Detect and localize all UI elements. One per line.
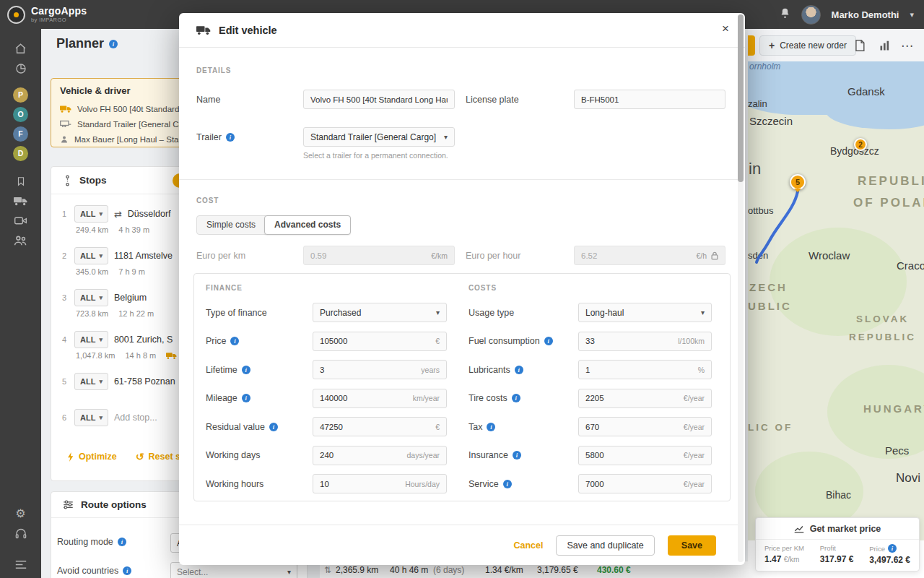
sidebar-item-bookmarks[interactable] — [0, 172, 41, 191]
info-icon[interactable] — [513, 451, 521, 460]
license-plate-input[interactable] — [581, 95, 718, 104]
truck-icon — [60, 105, 71, 113]
sidebar-item-menu[interactable] — [0, 555, 41, 574]
sidebar-item-orders[interactable]: O — [0, 105, 41, 124]
sidebar-item-analytics[interactable] — [0, 59, 41, 78]
edit-vehicle-modal: Edit vehicle × DETAILS Name License plat… — [179, 13, 745, 565]
info-icon[interactable] — [512, 394, 520, 402]
name-field — [303, 90, 455, 109]
price-col: Price 3,497.62 € — [869, 544, 910, 565]
residual-value-input[interactable] — [320, 423, 431, 431]
stop-location[interactable]: 1181 Amstelve — [114, 251, 173, 261]
stop-type-select[interactable]: ALL▾ — [74, 409, 108, 426]
price-input[interactable] — [320, 337, 431, 345]
user-avatar[interactable] — [801, 5, 821, 25]
map-marker-5[interactable]: 5 — [790, 174, 806, 190]
cancel-button[interactable]: Cancel — [513, 540, 543, 551]
chevron-down-icon: ▾ — [99, 294, 103, 301]
document-icon[interactable] — [850, 37, 869, 54]
sidebar-item-drivers[interactable]: D — [0, 144, 41, 163]
close-icon[interactable]: × — [722, 22, 729, 35]
lifetime-field: years — [313, 360, 447, 379]
working-hours-input[interactable] — [320, 480, 401, 488]
stop-location[interactable]: 61-758 Poznan — [114, 376, 175, 387]
reset-icon: ↺ — [136, 452, 144, 462]
usage-type-label: Usage type — [468, 308, 578, 318]
bolt-icon — [67, 452, 74, 462]
routing-mode-label: Routing mode — [57, 537, 126, 547]
info-icon[interactable] — [269, 423, 278, 431]
badge-d: D — [13, 146, 28, 161]
brand[interactable]: CargoApps by IMPARGO — [7, 6, 87, 24]
tab-advanced-costs[interactable]: Advanced costs — [264, 215, 351, 235]
page-title: Planner — [56, 36, 104, 51]
sidebar-item-settings[interactable]: ⚙ — [0, 504, 41, 523]
lifetime-input[interactable] — [320, 366, 417, 374]
chevron-down-icon[interactable]: ▾ — [910, 10, 914, 20]
scrollbar-thumb[interactable] — [738, 14, 744, 182]
info-icon[interactable] — [487, 423, 495, 431]
tire-costs-input[interactable] — [585, 394, 679, 402]
working-days-input[interactable] — [320, 451, 402, 460]
info-icon[interactable] — [242, 394, 250, 402]
sidebar-item-support[interactable] — [0, 524, 41, 543]
sidebar-item-fleet[interactable]: F — [0, 124, 41, 143]
sidebar-item-vehicles[interactable] — [0, 191, 41, 210]
lifetime-label: Lifetime — [206, 365, 313, 375]
stop-location[interactable]: 8001 Zurich, S — [114, 335, 173, 345]
info-icon[interactable] — [242, 366, 250, 374]
stop-type-select[interactable]: ALL▾ — [74, 373, 108, 390]
info-icon[interactable] — [118, 538, 126, 546]
save-button[interactable]: Save — [668, 535, 716, 556]
trailer-select[interactable]: Standard Trailer [General Cargo] ▾ — [303, 127, 455, 147]
map-marker-2[interactable]: 2 — [854, 138, 867, 151]
more-options-button[interactable]: ⋯ — [898, 37, 917, 54]
stop-type-select[interactable]: ALL▾ — [74, 331, 108, 348]
stop-location[interactable]: Düsseldorf — [128, 209, 171, 219]
bar-chart-icon[interactable] — [875, 37, 894, 54]
sidebar-item-camera[interactable] — [0, 211, 41, 230]
info-icon[interactable] — [515, 366, 523, 374]
notifications-bell-icon[interactable] — [780, 7, 790, 22]
price-field: € — [313, 332, 447, 351]
chevron-down-icon: ▾ — [444, 133, 448, 141]
user-menu[interactable]: Marko Demothi — [832, 9, 899, 20]
stop-type-select[interactable]: ALL▾ — [74, 289, 108, 306]
tax-input[interactable] — [585, 423, 679, 431]
info-icon[interactable] — [123, 566, 131, 575]
stop-location[interactable]: Belgium — [114, 293, 147, 303]
info-icon[interactable] — [544, 337, 553, 345]
gear-icon: ⚙ — [15, 508, 25, 519]
trailer-name: Standard Trailer [General Cargo — [77, 120, 196, 129]
sidebar-item-home[interactable] — [0, 39, 41, 58]
fuel-consumption-input[interactable] — [585, 337, 674, 345]
info-icon[interactable] — [226, 133, 235, 142]
info-icon[interactable] — [888, 544, 897, 553]
map[interactable]: ornholm Gdansk zalin Szczecin Bydgoszcz … — [748, 61, 924, 540]
create-new-order-button[interactable]: + Create new order — [759, 35, 856, 56]
info-icon[interactable] — [230, 337, 239, 345]
optimize-button[interactable]: Optimize — [67, 452, 117, 462]
tab-simple-costs[interactable]: Simple costs — [197, 216, 265, 234]
stop-type-select[interactable]: ALL▾ — [74, 247, 108, 264]
mileage-input[interactable] — [320, 394, 409, 402]
trailer-icon — [60, 120, 71, 128]
info-icon[interactable] — [109, 40, 118, 48]
service-input[interactable] — [585, 480, 679, 488]
fuel-consumption-label: Fuel consumption — [468, 336, 578, 346]
add-stop-input[interactable]: Add stop... — [114, 413, 157, 423]
usage-type-select[interactable]: Long-haul▾ — [578, 303, 712, 322]
sidebar-item-planner[interactable]: P — [0, 85, 41, 104]
info-icon[interactable] — [503, 480, 512, 488]
get-market-price-button[interactable]: Get market price — [756, 518, 919, 540]
lubricants-input[interactable] — [585, 366, 694, 374]
insurance-input[interactable] — [585, 451, 679, 460]
stop-type-select[interactable]: ALL▾ — [74, 205, 108, 223]
type-of-finance-select[interactable]: Purchased▾ — [313, 303, 447, 322]
sidebar-item-team[interactable] — [0, 230, 41, 249]
partial-action-button[interactable] — [748, 35, 755, 56]
name-input[interactable] — [310, 95, 448, 104]
badge-p: P — [13, 87, 28, 103]
save-and-duplicate-button[interactable]: Save and duplicate — [556, 535, 654, 556]
swap-icon[interactable]: ⇄ — [114, 209, 122, 220]
